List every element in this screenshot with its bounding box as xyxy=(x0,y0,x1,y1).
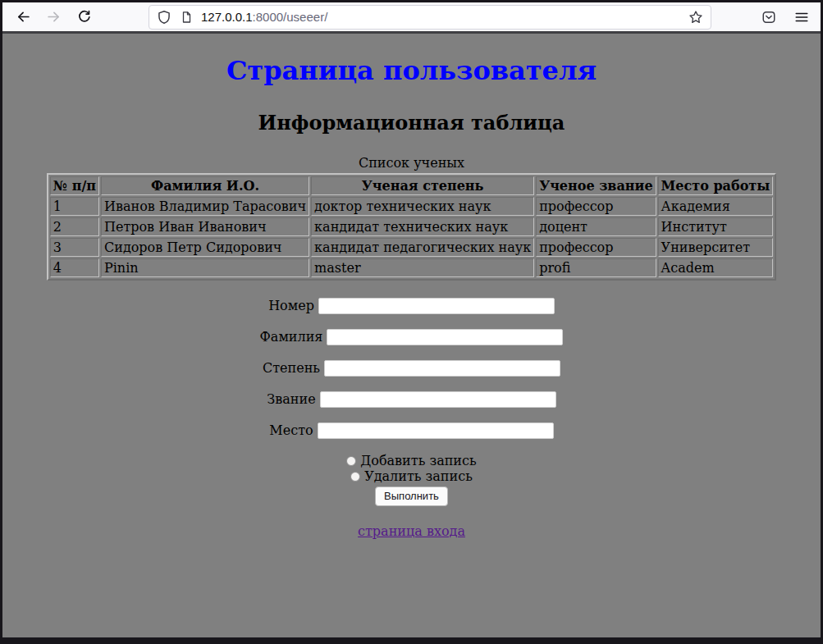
add-record-label: Добавить запись xyxy=(360,453,476,468)
button-row: Выполнить xyxy=(2,486,821,506)
surname-input[interactable] xyxy=(327,329,563,345)
col-header-name: Фамилия И.О. xyxy=(101,176,309,195)
delete-record-radio[interactable] xyxy=(350,472,360,482)
table-header-row: № п/п Фамилия И.О. Ученая степень Ученое… xyxy=(50,176,774,195)
browser-toolbar: 127.0.0.1:8000/useeer/ xyxy=(2,2,821,34)
cell-rank: доцент xyxy=(536,217,656,236)
cell-workplace: Университет xyxy=(658,238,774,257)
workplace-input[interactable] xyxy=(318,422,554,439)
toolbar-right-icons xyxy=(757,5,814,30)
hamburger-menu-icon xyxy=(794,10,809,25)
cell-number: 2 xyxy=(50,217,99,236)
cell-number: 4 xyxy=(50,258,99,277)
number-label: Номер xyxy=(268,298,314,313)
pocket-button[interactable] xyxy=(757,5,781,30)
cell-name: Петров Иван Иванович xyxy=(101,217,309,236)
cell-rank: профессор xyxy=(536,197,656,216)
bookmark-star-icon[interactable] xyxy=(688,10,703,25)
page-content: Страница пользователя Информационная таб… xyxy=(2,34,821,637)
cell-name: Сидоров Петр Сидорович xyxy=(101,238,309,257)
pocket-icon xyxy=(761,10,776,25)
workplace-label: Место xyxy=(269,422,313,438)
cell-name: Иванов Владимир Тарасович xyxy=(101,197,309,216)
browser-window: 127.0.0.1:8000/useeer/ Страница пользова… xyxy=(0,0,823,644)
page-title: Страница пользователя xyxy=(2,55,821,86)
degree-input[interactable] xyxy=(324,360,560,377)
form-row: Место xyxy=(2,422,821,438)
link-row: страница входа xyxy=(2,523,821,539)
table-row: 2 Петров Иван Иванович кандидат техничес… xyxy=(50,217,774,236)
cell-workplace: Институт xyxy=(658,217,774,236)
cell-degree: доктор технических наук xyxy=(311,197,534,216)
delete-record-label: Удалить запись xyxy=(364,468,473,484)
surname-label: Фамилия xyxy=(260,329,323,345)
radio-row: Удалить запись xyxy=(2,468,821,484)
login-page-link[interactable]: страница входа xyxy=(358,523,465,539)
form-row: Фамилия xyxy=(2,328,821,345)
cell-workplace: Academ xyxy=(658,258,774,277)
reload-button[interactable] xyxy=(71,5,96,30)
degree-label: Степень xyxy=(263,360,320,376)
table-row: 4 Pinin master profi Academ xyxy=(50,258,774,277)
number-input[interactable] xyxy=(318,298,555,314)
forward-button[interactable] xyxy=(41,5,66,30)
section-heading: Информационная таблица xyxy=(2,111,821,135)
scientists-table: № п/п Фамилия И.О. Ученая степень Ученое… xyxy=(47,173,777,281)
forward-arrow-icon xyxy=(47,10,61,24)
url-bar[interactable]: 127.0.0.1:8000/useeer/ xyxy=(149,5,711,30)
page-info-icon[interactable] xyxy=(180,11,193,24)
cell-rank: profi xyxy=(536,258,656,277)
form-row: Звание xyxy=(2,391,821,407)
table-row: 3 Сидоров Петр Сидорович кандидат педаго… xyxy=(50,238,774,257)
form-row: Степень xyxy=(2,359,821,376)
radio-row: Добавить запись xyxy=(2,453,821,468)
cell-degree: master xyxy=(311,258,534,277)
back-arrow-icon xyxy=(16,10,30,24)
form-row: Номер xyxy=(2,297,821,313)
back-button[interactable] xyxy=(11,5,35,30)
col-header-degree: Ученая степень xyxy=(311,176,534,195)
cell-workplace: Академия xyxy=(658,197,774,216)
add-record-radio[interactable] xyxy=(346,456,356,466)
cell-degree: кандидат технических наук xyxy=(311,217,534,236)
rank-input[interactable] xyxy=(320,391,556,408)
menu-button[interactable] xyxy=(789,5,814,30)
url-host: 127.0.0.1 xyxy=(201,10,253,24)
url-text[interactable]: 127.0.0.1:8000/useeer/ xyxy=(201,10,688,24)
execute-button[interactable]: Выполнить xyxy=(375,486,448,506)
cell-rank: профессор xyxy=(536,238,656,257)
col-header-workplace: Место работы xyxy=(658,176,774,195)
col-header-number: № п/п xyxy=(50,176,99,195)
table-caption: Список ученых xyxy=(2,155,821,171)
cell-degree: кандидат педагогических наук xyxy=(311,238,534,257)
reload-icon xyxy=(77,10,91,24)
cell-number: 1 xyxy=(50,197,99,216)
col-header-rank: Ученое звание xyxy=(536,176,656,195)
url-path: :8000/useeer/ xyxy=(253,10,328,24)
cell-name: Pinin xyxy=(101,258,309,277)
record-form: Номер Фамилия Степень Звание Место Добав… xyxy=(2,297,821,506)
table-row: 1 Иванов Владимир Тарасович доктор техни… xyxy=(50,197,774,216)
cell-number: 3 xyxy=(50,238,99,257)
shield-icon[interactable] xyxy=(157,10,171,25)
rank-label: Звание xyxy=(267,391,315,407)
